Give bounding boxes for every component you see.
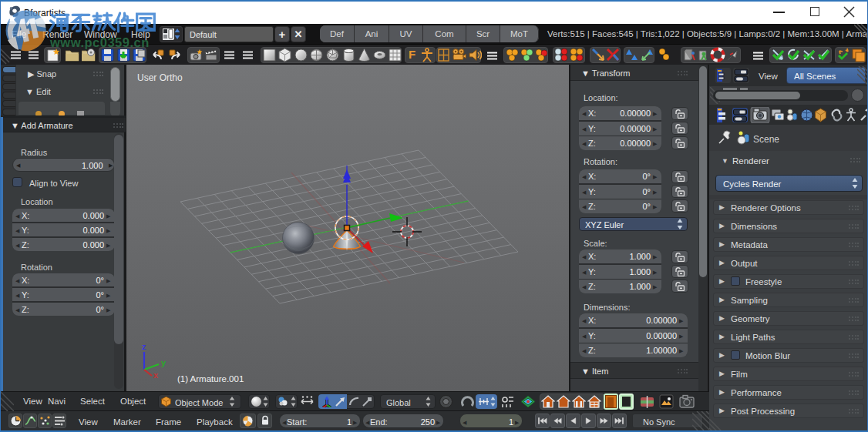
svg-text:y: y — [161, 358, 167, 367]
svg-text:x: x — [153, 370, 159, 380]
svg-text:z: z — [142, 342, 146, 351]
svg-text:www.pc0359.cn: www.pc0359.cn — [49, 35, 150, 49]
